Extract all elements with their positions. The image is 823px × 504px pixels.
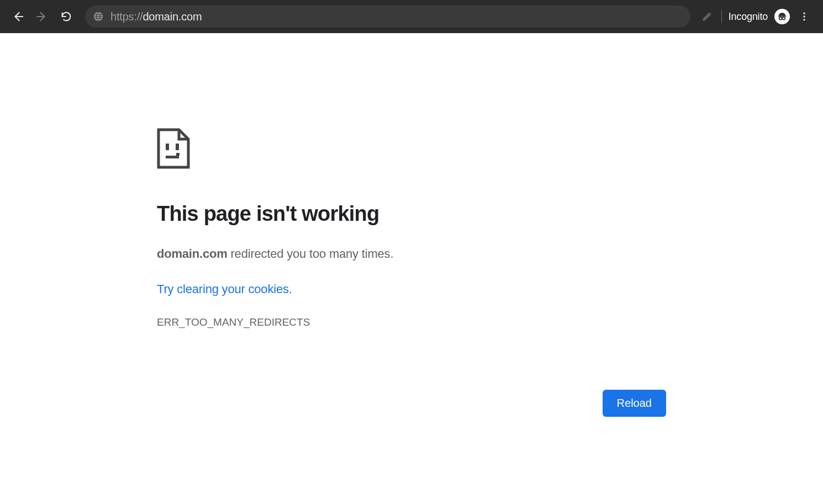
svg-rect-9: [176, 144, 179, 150]
url-text: https://domain.com: [110, 10, 202, 23]
address-bar[interactable]: https://domain.com: [85, 6, 690, 28]
reload-button[interactable]: Reload: [603, 390, 666, 417]
svg-rect-10: [166, 156, 179, 158]
incognito-icon[interactable]: [774, 9, 790, 24]
url-host: domain.com: [143, 10, 202, 23]
toolbar-right-group: Incognito: [699, 9, 815, 24]
kebab-icon: [799, 11, 810, 22]
back-button[interactable]: [8, 7, 28, 26]
svg-rect-2: [778, 15, 787, 17]
svg-point-7: [803, 19, 805, 20]
svg-point-4: [782, 17, 785, 20]
browser-toolbar: https://domain.com Incognito: [0, 0, 823, 33]
globe-icon: [93, 11, 104, 22]
arrow-left-icon: [12, 10, 24, 23]
svg-point-5: [803, 13, 805, 14]
svg-point-6: [803, 15, 805, 17]
clear-cookies-link[interactable]: Try clearing your cookies.: [157, 282, 666, 296]
svg-point-3: [779, 17, 782, 20]
page-content: This page isn't working domain.com redir…: [0, 33, 823, 328]
error-title: This page isn't working: [157, 202, 666, 226]
separator: [721, 10, 722, 23]
error-block: This page isn't working domain.com redir…: [157, 128, 666, 328]
error-message-tail: redirected you too many times.: [228, 247, 394, 261]
error-code: ERR_TOO_MANY_REDIRECTS: [157, 316, 666, 328]
error-host: domain.com: [157, 247, 228, 261]
forward-button[interactable]: [32, 7, 52, 26]
incognito-label: Incognito: [729, 11, 768, 23]
reload-toolbar-button[interactable]: [56, 7, 76, 26]
extension-icon[interactable]: [699, 9, 715, 24]
svg-rect-8: [166, 144, 169, 150]
svg-rect-11: [176, 153, 180, 156]
menu-button[interactable]: [796, 9, 812, 24]
sad-file-icon: [157, 128, 666, 171]
arrow-right-icon: [36, 10, 48, 23]
url-scheme: https://: [110, 10, 143, 23]
reload-icon: [60, 10, 72, 23]
error-message: domain.com redirected you too many times…: [157, 247, 666, 261]
